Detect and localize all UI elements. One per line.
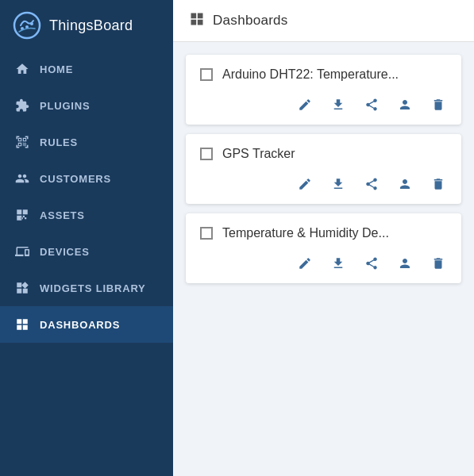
card-actions-1 — [200, 96, 447, 113]
dashboard-card-2: GPS Tracker — [186, 134, 461, 204]
download-button-3[interactable] — [329, 255, 347, 272]
card-checkbox-3[interactable] — [200, 227, 213, 240]
share-button-3[interactable] — [363, 255, 380, 272]
sidebar-item-plugins[interactable]: PLUGINS — [0, 87, 173, 124]
card-checkbox-2[interactable] — [200, 148, 213, 160]
dashboards-header-icon — [189, 11, 205, 30]
plugins-icon — [14, 98, 30, 113]
share-button-2[interactable] — [363, 175, 380, 193]
delete-button-2[interactable] — [430, 175, 447, 193]
sidebar-item-rules[interactable]: RULES — [0, 124, 173, 160]
card-top-2: GPS Tracker — [200, 147, 447, 161]
sidebar-item-devices[interactable]: DEVICES — [0, 233, 173, 270]
card-checkbox-1[interactable] — [200, 68, 213, 81]
page-title: Dashboards — [213, 13, 288, 29]
customers-icon — [14, 171, 30, 186]
sidebar-label-widgets: WIDGETS LIBRARY — [40, 282, 146, 294]
dashboard-card-3: Temperature & Humidity De... — [186, 213, 461, 283]
sidebar-item-home[interactable]: HOME — [0, 51, 173, 87]
sidebar-label-dashboards: DASHBOARDS — [40, 319, 120, 331]
sidebar-item-assets[interactable]: ASSETS — [0, 197, 173, 233]
card-actions-3 — [200, 255, 447, 272]
card-top-1: Arduino DHT22: Temperature... — [200, 67, 447, 82]
assign-button-2[interactable] — [396, 175, 414, 193]
sidebar-label-plugins: PLUGINS — [40, 100, 90, 112]
sidebar-item-customers[interactable]: CUSTOMERS — [0, 160, 173, 197]
logo-area: ThingsBoard — [0, 0, 173, 51]
sidebar-label-rules: RULES — [40, 136, 78, 148]
cards-area: Arduino DHT22: Temperature... — [173, 42, 474, 296]
sidebar-label-customers: CUSTOMERS — [40, 173, 111, 185]
delete-button-3[interactable] — [430, 255, 447, 272]
sidebar-label-devices: DEVICES — [40, 246, 90, 258]
logo-text: ThingsBoard — [49, 17, 133, 34]
card-title-2: GPS Tracker — [222, 147, 295, 161]
logo-icon — [13, 11, 41, 40]
assets-icon — [14, 207, 30, 223]
home-icon — [14, 61, 30, 77]
share-button-1[interactable] — [363, 96, 380, 113]
sidebar-label-assets: ASSETS — [40, 209, 85, 221]
assign-button-3[interactable] — [396, 255, 414, 272]
delete-button-1[interactable] — [430, 96, 447, 113]
sidebar-label-home: HOME — [40, 63, 73, 75]
sidebar-item-dashboards[interactable]: DASHBOARDS — [0, 306, 173, 343]
card-title-3: Temperature & Humidity De... — [222, 226, 389, 240]
main-content: Dashboards Arduino DHT22: Temperature... — [173, 0, 474, 476]
sidebar-item-widgets-library[interactable]: WIDGETS LIBRARY — [0, 270, 173, 306]
widgets-icon — [14, 280, 30, 296]
card-top-3: Temperature & Humidity De... — [200, 226, 447, 240]
devices-icon — [14, 244, 30, 259]
nav-items: HOME PLUGINS RULES CUSTOMERS — [0, 51, 173, 343]
edit-button-3[interactable] — [296, 255, 314, 272]
edit-button-2[interactable] — [296, 175, 314, 193]
edit-button-1[interactable] — [296, 96, 314, 113]
assign-button-1[interactable] — [396, 96, 414, 113]
card-title-1: Arduino DHT22: Temperature... — [222, 67, 399, 82]
sidebar: ThingsBoard HOME PLUGINS RULES — [0, 0, 173, 476]
svg-point-3 — [30, 22, 33, 25]
dashboards-icon — [14, 317, 30, 332]
page-header: Dashboards — [173, 0, 474, 42]
download-button-1[interactable] — [329, 96, 347, 113]
card-actions-2 — [200, 175, 447, 193]
dashboard-card-1: Arduino DHT22: Temperature... — [186, 55, 461, 125]
download-button-2[interactable] — [329, 175, 347, 193]
rules-icon — [14, 134, 30, 150]
